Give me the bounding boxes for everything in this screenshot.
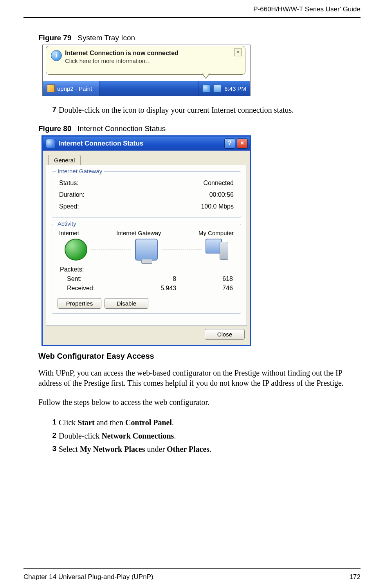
step-3-number: 3	[48, 442, 56, 456]
notification-balloon[interactable]: i Internet Connection is now connected C…	[46, 46, 245, 75]
figure-80-label: Figure 80	[38, 124, 71, 133]
step-1: 1 Click Start and then Control Panel.	[48, 416, 361, 429]
taskbar: upnp2 - Paint 6:43 PM	[43, 81, 250, 96]
step-3: 3 Select My Network Places under Other P…	[48, 442, 361, 456]
section-title-web-configurator: Web Configurator Easy Access	[38, 352, 361, 361]
figure-80-caption: Figure 80 Internet Connection Status	[38, 124, 361, 133]
footer-page-number: 172	[350, 573, 361, 581]
status-value: Connected	[204, 180, 234, 187]
dialog-title: Internet Connection Status	[58, 140, 223, 147]
step-7: 7 Double-click on the icon to display yo…	[48, 103, 361, 117]
step-7-number: 7	[48, 103, 56, 117]
activity-internet-label: Internet	[59, 230, 79, 236]
internet-globe-icon	[65, 239, 87, 261]
my-computer-icon	[206, 239, 228, 261]
figure-80: Internet Connection Status ? × General I…	[41, 135, 361, 346]
step-7-text: Double-click on the icon to display your…	[59, 103, 294, 117]
packets-label: Packets:	[58, 265, 121, 274]
balloon-subtext: Click here for more information…	[65, 58, 233, 64]
paragraph-follow-steps: Follow the steps below to access the web…	[38, 397, 361, 407]
activity-line	[162, 250, 202, 250]
received-col2: 746	[178, 284, 234, 293]
speed-value: 100.0 Mbps	[201, 203, 234, 210]
connection-status-dialog: Internet Connection Status ? × General I…	[41, 135, 251, 346]
group-activity-title: Activity	[56, 220, 78, 227]
sent-label: Sent:	[58, 275, 121, 283]
received-label: Received:	[58, 284, 121, 293]
step-3-text: Select My Network Places under Other Pla…	[59, 442, 211, 456]
balloon-tail	[202, 74, 210, 79]
figure-80-title: Internet Connection Status	[78, 124, 166, 133]
received-col1: 5,943	[122, 284, 178, 293]
group-activity: Activity Internet Internet Gateway My Co…	[52, 224, 241, 314]
activity-computer-label: My Computer	[198, 230, 234, 236]
properties-button[interactable]: Properties	[58, 298, 101, 309]
balloon-close-button[interactable]: ×	[234, 49, 242, 56]
disable-button[interactable]: Disable	[105, 298, 148, 309]
dialog-titlebar: Internet Connection Status ? ×	[43, 137, 250, 151]
step-1-number: 1	[48, 416, 56, 429]
network-tray-icon[interactable]	[202, 85, 210, 92]
sent-col2: 618	[178, 275, 234, 283]
footer-chapter: Chapter 14 Universal Plug-and-Play (UPnP…	[23, 573, 153, 581]
system-tray: 6:43 PM	[198, 81, 250, 96]
figure-79-title: System Tray Icon	[78, 34, 135, 42]
tab-general[interactable]: General	[48, 155, 81, 165]
taskbar-app-label: upnp2 - Paint	[57, 85, 92, 92]
balloon-title: Internet Connection is now connected	[65, 49, 233, 57]
taskbar-clock: 6:43 PM	[224, 85, 246, 92]
activity-line	[91, 250, 131, 250]
close-button[interactable]: Close	[205, 329, 245, 340]
paint-icon	[47, 85, 55, 92]
duration-label: Duration:	[59, 191, 85, 198]
packets-table: Packets: Sent: 8 618 Received: 5,943	[58, 264, 235, 293]
dialog-window-icon	[46, 139, 55, 148]
figure-79-label: Figure 79	[38, 34, 71, 42]
figure-79: i Internet Connection is now connected C…	[42, 45, 251, 96]
group-internet-gateway: Internet Gateway Status: Connected Durat…	[52, 171, 241, 218]
taskbar-spacer	[99, 81, 198, 96]
tab-body: Internet Gateway Status: Connected Durat…	[46, 165, 247, 326]
duration-value: 00:00:56	[209, 191, 234, 198]
step-2: 2 Double-click Network Connections.	[48, 429, 361, 442]
tab-strip: General	[43, 151, 250, 165]
paragraph-upnp-intro: With UPnP, you can access the web-based …	[38, 368, 361, 388]
running-header: P-660H/HW/W-T Series User' Guide	[23, 5, 361, 15]
titlebar-help-button[interactable]: ?	[224, 138, 235, 149]
taskbar-app-button[interactable]: upnp2 - Paint	[43, 81, 99, 96]
titlebar-close-button[interactable]: ×	[237, 138, 248, 149]
step-2-number: 2	[48, 429, 56, 442]
monitor-tray-icon[interactable]	[213, 85, 221, 92]
step-2-text: Double-click Network Connections.	[59, 429, 176, 442]
gateway-monitor-icon	[135, 239, 158, 261]
footer-rule	[23, 568, 361, 569]
step-1-text: Click Start and then Control Panel.	[59, 416, 174, 429]
group-internet-gateway-title: Internet Gateway	[56, 168, 104, 174]
figure-79-caption: Figure 79 System Tray Icon	[38, 34, 361, 42]
sent-col1: 8	[122, 275, 178, 283]
info-icon: i	[51, 50, 62, 61]
activity-gateway-label: Internet Gateway	[116, 230, 161, 236]
status-label: Status:	[59, 180, 79, 187]
speed-label: Speed:	[59, 203, 79, 210]
